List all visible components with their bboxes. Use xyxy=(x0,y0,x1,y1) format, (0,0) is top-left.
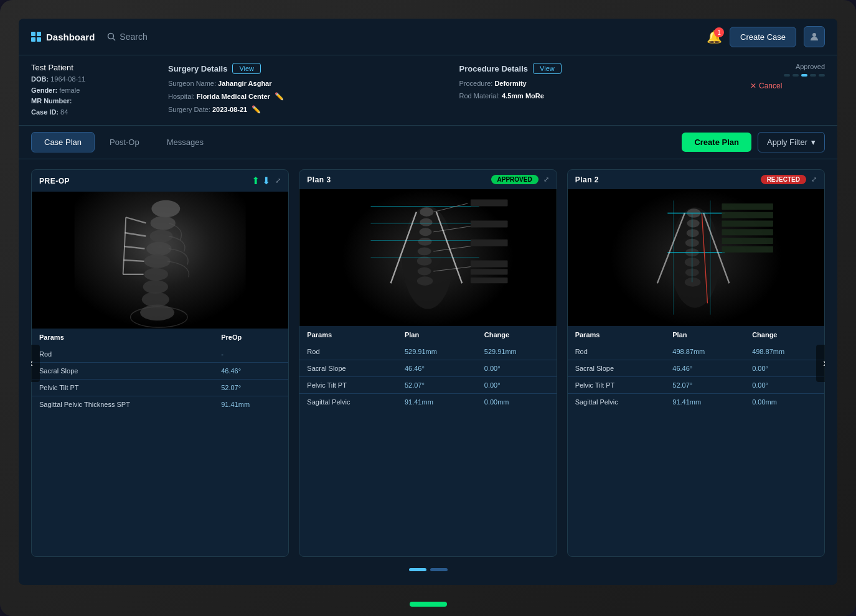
plan2-image xyxy=(568,189,824,326)
carousel-next-button[interactable]: › xyxy=(816,345,825,382)
procedure-value: Deformity xyxy=(494,80,526,87)
table-row: Sagittal Pelvic 91.41mm 0.00mm xyxy=(299,394,556,411)
plan3-params: Params Plan Change Rod 529.91mm 529.91mm xyxy=(299,326,556,556)
plan3-th-change: Change xyxy=(477,326,557,343)
create-case-button[interactable]: Create Case xyxy=(730,27,796,47)
page-dot-2[interactable] xyxy=(430,568,448,571)
patient-dob: DOB: 1964-08-11 xyxy=(31,74,143,85)
surgery-surgeon: Surgeon Name: Jahangir Asghar xyxy=(168,78,435,90)
gender-value: female xyxy=(59,86,80,94)
preop-header: PRE-OP ⬆ ⬇ ⤢ xyxy=(32,170,288,192)
preop-title: PRE-OP xyxy=(39,177,70,185)
nav-left: Dashboard Search xyxy=(31,32,148,42)
upload-icons: ⬆ ⬇ xyxy=(252,175,270,187)
apply-filter-label: Apply Filter xyxy=(767,138,807,147)
procedure-rod: Rod Material: 4.5mm MoRe xyxy=(459,90,726,103)
svg-point-28 xyxy=(418,268,431,276)
carousel-prev-button[interactable]: ‹ xyxy=(31,345,40,382)
upload-up-icon[interactable]: ⬆ xyxy=(252,175,260,187)
preop-xray-svg xyxy=(32,192,288,329)
table-row: Rod 529.91mm 529.91mm xyxy=(299,343,556,360)
svg-point-8 xyxy=(144,254,170,268)
approved-label: Approved xyxy=(750,63,825,70)
surgery-header: Surgery Details View xyxy=(168,63,435,74)
preop-th-params: Params xyxy=(32,329,214,346)
dashboard-link[interactable]: Dashboard xyxy=(31,32,95,42)
surgery-hospital: Hospital: Florida Medical Center ✏️ xyxy=(168,90,435,104)
table-row: Sagittal Pelvic 91.41mm 0.00mm xyxy=(568,394,824,411)
plan2-th-params: Params xyxy=(568,326,666,343)
preop-card: PRE-OP ⬆ ⬇ ⤢ xyxy=(31,169,289,557)
patient-gender: Gender: female xyxy=(31,85,143,96)
patient-mr: MR Number: xyxy=(31,96,143,107)
status-area: Approved ✕ Cancel xyxy=(750,63,825,90)
table-row: Sacral Slope 46.46° 0.00° xyxy=(568,360,824,377)
pagination xyxy=(31,564,825,575)
page-dot-1[interactable] xyxy=(409,568,426,571)
svg-point-23 xyxy=(420,218,433,226)
notification-bell[interactable]: 🔔 1 xyxy=(707,29,722,44)
screen: Dashboard Search 🔔 1 Create Case xyxy=(19,19,837,585)
plan3-xray-svg xyxy=(299,189,556,326)
cancel-x-icon: ✕ xyxy=(750,82,756,90)
svg-point-0 xyxy=(108,34,114,39)
svg-point-50 xyxy=(686,230,698,238)
svg-rect-40 xyxy=(471,240,508,246)
profile-icon xyxy=(809,32,819,42)
svg-rect-41 xyxy=(471,261,508,268)
gender-label: Gender: xyxy=(31,86,57,94)
cancel-button[interactable]: ✕ Cancel xyxy=(750,82,782,90)
plan2-expand-icon[interactable]: ⤢ xyxy=(811,175,817,184)
tab-post-op[interactable]: Post-Op xyxy=(97,132,152,152)
table-row: Sacral Slope 46.46° xyxy=(32,363,288,380)
search-bar[interactable]: Search xyxy=(107,32,147,42)
svg-point-22 xyxy=(420,208,434,217)
svg-rect-43 xyxy=(471,278,508,283)
svg-rect-67 xyxy=(722,246,773,253)
plan3-actions: APPROVED ⤢ xyxy=(491,175,549,184)
date-edit-icon[interactable]: ✏️ xyxy=(252,105,261,114)
plan2-actions: REJECTED ⤢ xyxy=(761,175,817,184)
svg-point-26 xyxy=(418,248,431,256)
dob-value: 1964-08-11 xyxy=(50,75,85,83)
tab-case-plan[interactable]: Case Plan xyxy=(31,132,95,152)
procedure-view-button[interactable]: View xyxy=(533,63,562,74)
search-label: Search xyxy=(120,32,147,42)
tab-messages[interactable]: Messages xyxy=(154,132,216,152)
case-value: 84 xyxy=(60,108,68,116)
progress-dots xyxy=(750,74,825,77)
surgeon-value: Jahangir Asghar xyxy=(218,80,271,87)
profile-button[interactable] xyxy=(804,26,825,47)
svg-point-10 xyxy=(143,280,168,294)
svg-rect-38 xyxy=(471,200,508,207)
tabs: Case Plan Post-Op Messages xyxy=(31,132,216,152)
table-row: Rod 498.87mm 498.87mm xyxy=(568,343,824,360)
dot-5 xyxy=(819,74,825,77)
apply-filter-button[interactable]: Apply Filter ▾ xyxy=(758,132,825,152)
patient-case: Case ID: 84 xyxy=(31,107,143,118)
svg-rect-66 xyxy=(722,238,773,244)
grid-icon xyxy=(31,32,41,42)
procedure-label: Procedure: xyxy=(459,80,493,87)
preop-th-preop: PreOp xyxy=(214,329,288,346)
plan3-expand-icon[interactable]: ⤢ xyxy=(543,175,549,184)
procedure-section: Procedure Details View Procedure: Deform… xyxy=(459,63,726,103)
expand-icon[interactable]: ⤢ xyxy=(275,177,281,185)
chevron-down-icon: ▾ xyxy=(811,138,816,147)
table-row: Pelvic Tilt PT 52.07° 0.00° xyxy=(299,377,556,394)
table-row: Sagittal Pelvic Thickness SPT 91.41mm xyxy=(32,396,288,413)
svg-rect-39 xyxy=(471,221,508,228)
upload-down-icon[interactable]: ⬇ xyxy=(262,175,270,187)
surgery-title: Surgery Details xyxy=(168,64,227,73)
rod-value: 4.5mm MoRe xyxy=(502,92,544,100)
surgeon-label: Surgeon Name: xyxy=(168,80,216,87)
svg-point-24 xyxy=(420,228,432,236)
hospital-label: Hospital: xyxy=(168,93,195,100)
create-plan-button[interactable]: Create Plan xyxy=(682,133,751,152)
surgery-section: Surgery Details View Surgeon Name: Jahan… xyxy=(168,63,435,117)
svg-point-9 xyxy=(144,268,167,281)
hospital-edit-icon[interactable]: ✏️ xyxy=(275,92,284,101)
plan2-xray-svg xyxy=(568,189,824,326)
surgery-view-button[interactable]: View xyxy=(232,63,261,74)
cancel-label: Cancel xyxy=(759,82,782,90)
